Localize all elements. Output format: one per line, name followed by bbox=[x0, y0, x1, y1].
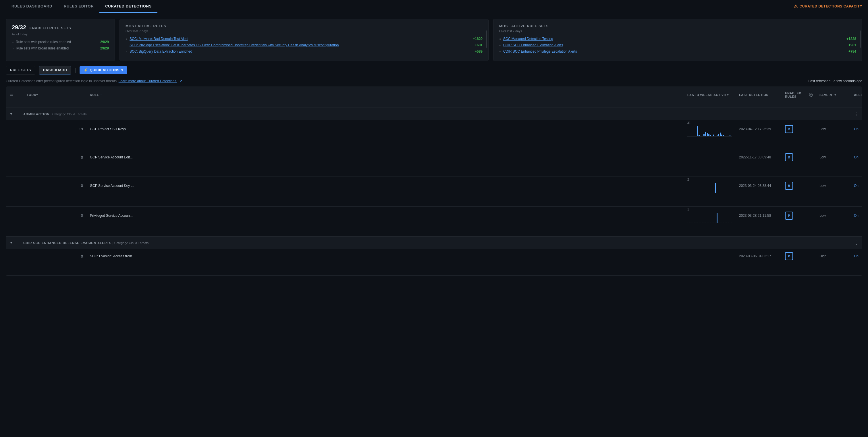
active-rules-title: MOST ACTIVE RULES bbox=[126, 24, 483, 28]
list-item: CDIR SCC Enhanced Privilege Escalation A… bbox=[499, 50, 856, 54]
th-severity: SEVERITY bbox=[816, 91, 850, 99]
table-row: 0 GCP Service Account Edit... 2022-11-17… bbox=[6, 150, 862, 177]
enabled-list: Rule sets with precise rules enabled 29/… bbox=[12, 40, 109, 50]
chevron-down-icon: ▾ bbox=[121, 68, 123, 72]
td-detection: 2023-03-24 03:38:44 bbox=[736, 181, 781, 191]
category-chevron[interactable]: ▼ bbox=[6, 241, 23, 245]
bar-peak: 1 bbox=[687, 208, 732, 211]
td-empty bbox=[6, 213, 23, 218]
list-item: Rule sets with broad rules enabled 29/29 bbox=[12, 46, 109, 50]
category-label: CDIR SCC ENHANCED DEFENSE EVASION ALERTS… bbox=[23, 241, 850, 245]
bar-chart bbox=[687, 212, 732, 223]
table-row: 0 SCC: Evasion: Access from... 2023-03-0… bbox=[6, 249, 862, 276]
td-enabled: B bbox=[781, 122, 816, 136]
td-empty bbox=[6, 126, 23, 132]
dashboard-button[interactable]: DASHBOARD bbox=[39, 66, 71, 75]
td-rule: GCP Service Account Key ... bbox=[87, 181, 684, 191]
td-severity: High bbox=[816, 251, 850, 261]
td-row-menu[interactable]: ⋮ bbox=[6, 138, 23, 150]
badge: P bbox=[785, 252, 793, 260]
category-label: ADMIN ACTION | Category: Cloud Threats bbox=[23, 112, 850, 116]
toolbar-divider: | bbox=[75, 67, 76, 73]
active-rules-subtitle: Over last 7 days bbox=[126, 29, 483, 33]
toolbar: RULE SETS DASHBOARD | ⚡ QUICK ACTIONS ▾ bbox=[0, 61, 868, 79]
external-link-icon: ↗ bbox=[179, 79, 182, 83]
table-row: 19 GCE Project SSH Keys 31 2023-04-12 17… bbox=[6, 120, 862, 150]
td-detection: 2023-03-06 04:03:17 bbox=[736, 251, 781, 261]
rule-sets-button[interactable]: RULE SETS bbox=[6, 66, 35, 75]
nav-capacity: ⚠ CURATED DETECTIONS CAPACITY bbox=[794, 4, 862, 9]
most-active-rule-sets-card: MOST ACTIVE RULE SETS Over last 7 days S… bbox=[493, 19, 862, 61]
td-today: 19 bbox=[23, 124, 87, 134]
td-activity bbox=[684, 150, 736, 165]
td-today: 0 bbox=[23, 210, 87, 221]
td-rule: GCE Project SSH Keys bbox=[87, 124, 684, 134]
td-row-menu[interactable]: ⋮ bbox=[6, 194, 23, 206]
bar-peak: 31 bbox=[687, 121, 732, 124]
quick-actions-button[interactable]: ⚡ QUICK ACTIONS ▾ bbox=[80, 66, 127, 74]
td-detection: 2022-11-17 08:09:48 bbox=[736, 152, 781, 162]
badge: B bbox=[785, 125, 793, 133]
th-collapse[interactable] bbox=[6, 91, 23, 99]
learn-more-link[interactable]: Learn more about Curated Detections. bbox=[119, 79, 177, 83]
scrollbar[interactable] bbox=[860, 30, 861, 48]
td-row-menu[interactable]: ⋮ bbox=[6, 263, 23, 275]
category-menu-button[interactable]: ⋮ bbox=[850, 111, 862, 117]
active-sets-subtitle: Over last 7 days bbox=[499, 29, 856, 33]
tab-curated-detections[interactable]: CURATED DETECTIONS bbox=[99, 0, 157, 13]
list-item: SCC: Malware: Bad Domain Test Alert +182… bbox=[126, 37, 483, 41]
th-alerting: ALERTING bbox=[850, 91, 862, 99]
td-alerting: On bbox=[850, 251, 862, 261]
enabled-title: ENABLED RULE SETS bbox=[30, 26, 71, 30]
badge: P bbox=[785, 212, 793, 220]
list-item: CDIR SCC Enhanced Exfiltration Alerts +9… bbox=[499, 43, 856, 47]
active-rules-list: SCC: Malware: Bad Domain Test Alert +182… bbox=[126, 37, 483, 54]
td-row-menu[interactable]: ⋮ bbox=[6, 224, 23, 236]
td-severity: Low bbox=[816, 211, 850, 221]
td-severity: Low bbox=[816, 152, 850, 162]
bar-chart bbox=[687, 251, 732, 262]
category-chevron[interactable]: ▼ bbox=[6, 112, 23, 116]
td-today: 0 bbox=[23, 180, 87, 191]
td-rule: Privileged Service Accoun... bbox=[87, 211, 684, 221]
td-empty bbox=[6, 183, 23, 188]
th-rule[interactable]: RULE ↑ bbox=[87, 91, 684, 99]
category-menu-button[interactable]: ⋮ bbox=[850, 239, 862, 246]
category-row-cdir-scc: ▼ CDIR SCC ENHANCED DEFENSE EVASION ALER… bbox=[6, 237, 862, 249]
th-actions bbox=[6, 100, 23, 105]
td-severity: Low bbox=[816, 124, 850, 134]
info-text-left: Curated Detections offer preconfigured d… bbox=[6, 79, 182, 83]
scrollbar[interactable] bbox=[486, 30, 487, 48]
td-activity bbox=[684, 249, 736, 263]
list-item: SCC: BigQuery Data Extraction Enriched +… bbox=[126, 50, 483, 54]
td-row-menu[interactable]: ⋮ bbox=[6, 165, 23, 177]
enabled-count: 29/32 bbox=[12, 24, 26, 30]
info-icon[interactable]: ? bbox=[809, 93, 812, 97]
warning-icon: ⚠ bbox=[794, 4, 798, 9]
td-alerting: On bbox=[850, 181, 862, 191]
td-severity: Low bbox=[816, 181, 850, 191]
td-empty bbox=[6, 154, 23, 160]
td-alerting: On bbox=[850, 124, 862, 134]
most-active-rules-card: MOST ACTIVE RULES Over last 7 days SCC: … bbox=[120, 19, 489, 61]
bar-chart bbox=[687, 182, 732, 193]
info-bar: Curated Detections offer preconfigured d… bbox=[0, 79, 868, 87]
td-activity: 31 bbox=[684, 120, 736, 138]
th-enabled-rules: ENABLED RULES ? bbox=[781, 89, 816, 100]
cards-row: 29/32 ENABLED RULE SETS As of today Rule… bbox=[0, 13, 868, 61]
table-header: TODAY RULE ↑ PAST 4 WEEKS ACTIVITY LAST … bbox=[6, 87, 862, 108]
th-today: TODAY bbox=[23, 91, 87, 99]
list-item: SCC: Privilege Escalation: Get Kubernete… bbox=[126, 43, 483, 47]
td-detection: 2023-04-12 17:25:39 bbox=[736, 124, 781, 134]
sort-icon: ↑ bbox=[100, 93, 102, 96]
td-alerting: On bbox=[850, 211, 862, 221]
bar-chart bbox=[687, 125, 732, 137]
td-detection: 2023-03-28 21:11:58 bbox=[736, 211, 781, 221]
td-rule: SCC: Evasion: Access from... bbox=[87, 251, 684, 261]
category-row-admin-action: ▼ ADMIN ACTION | Category: Cloud Threats… bbox=[6, 108, 862, 120]
td-today: 0 bbox=[23, 251, 87, 261]
tab-rules-dashboard[interactable]: RULES DASHBOARD bbox=[6, 0, 58, 13]
bar-peak: 2 bbox=[687, 178, 732, 181]
tab-rules-editor[interactable]: RULES EDITOR bbox=[58, 0, 99, 13]
badge: B bbox=[785, 182, 793, 190]
